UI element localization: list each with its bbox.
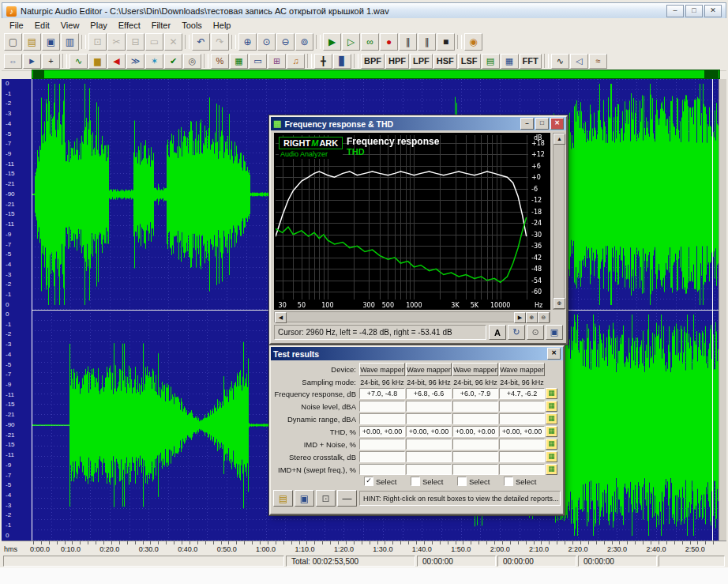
- detailed-report-button[interactable]: ▦: [546, 464, 557, 475]
- zoom-full-button[interactable]: ⊚: [295, 33, 313, 51]
- open-results-button[interactable]: ▤: [273, 490, 293, 507]
- envelope-tool-button[interactable]: ∿: [551, 54, 569, 69]
- loop-play-button[interactable]: ∞: [361, 33, 379, 51]
- seek-button[interactable]: ≫: [126, 54, 144, 69]
- record-button[interactable]: ●: [380, 33, 398, 51]
- vertical-zoom-button[interactable]: ⊕: [554, 298, 565, 309]
- device-select-button[interactable]: Wave mapper: [406, 363, 452, 376]
- result-value-box[interactable]: [359, 413, 405, 424]
- test-close-button[interactable]: ✕: [547, 348, 561, 360]
- new-file-button[interactable]: ▢: [4, 33, 22, 51]
- spectrum-view-button[interactable]: ▆: [88, 54, 107, 69]
- burn-cd-button[interactable]: ◉: [464, 33, 482, 51]
- statistics-button[interactable]: ▊: [333, 54, 351, 69]
- result-value-box[interactable]: [452, 401, 498, 412]
- scroll-mode-button[interactable]: ►: [23, 54, 41, 69]
- result-value-box[interactable]: [499, 401, 545, 412]
- bpf-filter-button[interactable]: BPF: [361, 54, 385, 69]
- open-file-button[interactable]: ▤: [23, 33, 41, 51]
- undo-button[interactable]: ↶: [192, 33, 210, 51]
- menu-filter[interactable]: Filter: [146, 20, 176, 31]
- maximize-button[interactable]: □: [685, 5, 703, 17]
- result-value-box[interactable]: [452, 413, 498, 424]
- result-value-box[interactable]: +4.7, -6.2: [499, 388, 545, 399]
- zoom-out-button[interactable]: ⊖: [276, 33, 295, 51]
- save-file-button[interactable]: ▣: [42, 33, 60, 51]
- result-value-box[interactable]: +0.00, +0.00: [359, 426, 405, 437]
- hzoom-out-button[interactable]: ⊖: [538, 312, 550, 323]
- font-button[interactable]: A: [489, 325, 506, 340]
- menu-effect[interactable]: Effect: [113, 20, 146, 31]
- scroll-left-button[interactable]: ◀: [275, 312, 287, 323]
- remove-column-button[interactable]: —: [337, 490, 357, 507]
- play-all-button[interactable]: ▷: [342, 33, 360, 51]
- device-select-button[interactable]: Wave mapper: [359, 363, 405, 376]
- freq-minimize-button[interactable]: –: [520, 118, 534, 130]
- normalize-button[interactable]: %: [211, 54, 229, 69]
- refresh-button[interactable]: ↻: [508, 325, 525, 340]
- result-value-box[interactable]: [359, 439, 405, 450]
- hzoom-in-button[interactable]: ⊕: [526, 312, 538, 323]
- device-select-button[interactable]: Wave mapper: [452, 363, 498, 376]
- frequency-window-titlebar[interactable]: ▦ Frequency response & THD – □ ✕: [271, 117, 566, 130]
- select-checkbox[interactable]: ✓: [364, 477, 373, 486]
- detailed-report-button[interactable]: ▦: [546, 401, 557, 412]
- scroll-right-button[interactable]: ▶: [514, 312, 526, 323]
- mixer-button[interactable]: ⊞: [268, 54, 286, 69]
- copy-report-button[interactable]: ⊡: [316, 490, 336, 507]
- result-value-box[interactable]: [359, 451, 405, 462]
- menu-help[interactable]: Help: [208, 20, 237, 31]
- freeze-button[interactable]: ✶: [145, 54, 163, 69]
- zoom-selection-button[interactable]: ⊙: [257, 33, 276, 51]
- mute-channel-button[interactable]: ◀: [107, 54, 126, 69]
- detailed-report-button[interactable]: ▦: [546, 451, 557, 462]
- timeline-ruler[interactable]: hms 0:00.00:10.00:20.00:30.00:40.00:50.0…: [2, 541, 726, 555]
- detailed-report-button[interactable]: ▦: [546, 426, 557, 437]
- center-cursor-button[interactable]: ╋: [314, 54, 332, 69]
- test-results-titlebar[interactable]: Test results ✕: [271, 347, 563, 360]
- title-bar[interactable]: ♪ Naturpic Audio Editor - C:\Users\Din\D…: [2, 2, 726, 20]
- chart-vscrollbar[interactable]: ▲ ⊕: [553, 133, 565, 310]
- monitor-button[interactable]: ◎: [183, 54, 201, 69]
- lpf-filter-button[interactable]: LPF: [410, 54, 433, 69]
- result-value-box[interactable]: [499, 464, 545, 475]
- verify-button[interactable]: ✔: [164, 54, 182, 69]
- signal-generator-button[interactable]: ≈: [589, 54, 607, 69]
- result-value-box[interactable]: [406, 439, 452, 450]
- menu-tools[interactable]: Tools: [176, 20, 208, 31]
- close-button[interactable]: ✕: [704, 5, 722, 17]
- freq-maximize-button[interactable]: □: [535, 118, 549, 130]
- stop-button[interactable]: ■: [437, 33, 455, 51]
- result-value-box[interactable]: +0.00, +0.00: [406, 426, 452, 437]
- graphic-eq-button[interactable]: ▤: [482, 54, 500, 69]
- menu-play[interactable]: Play: [84, 20, 112, 31]
- detailed-report-button[interactable]: ▦: [546, 439, 557, 450]
- detailed-report-button[interactable]: ▦: [546, 388, 557, 399]
- freq-close-button[interactable]: ✕: [550, 118, 564, 130]
- waveform-view-button[interactable]: ∿: [69, 54, 88, 69]
- speaker-setup-button[interactable]: ◁: [570, 54, 588, 69]
- result-value-box[interactable]: [499, 439, 545, 450]
- result-value-box[interactable]: [359, 464, 405, 475]
- fft-filter-button[interactable]: FFT: [520, 54, 542, 69]
- overview-bar[interactable]: [32, 70, 720, 79]
- result-value-box[interactable]: [452, 439, 498, 450]
- select-checkbox[interactable]: [504, 477, 513, 486]
- envelope-grid-button[interactable]: ▦: [230, 54, 248, 69]
- hscroll-track[interactable]: [287, 312, 514, 322]
- result-value-box[interactable]: [406, 413, 452, 424]
- save-chart-button[interactable]: ▣: [546, 325, 563, 340]
- result-value-box[interactable]: [499, 451, 545, 462]
- detailed-report-button[interactable]: ▦: [546, 413, 557, 424]
- file-properties-button[interactable]: ▥: [61, 33, 79, 51]
- result-value-box[interactable]: [406, 464, 452, 475]
- zoom-in-button[interactable]: ⊕: [238, 33, 257, 51]
- analyze-button[interactable]: ⊙: [527, 325, 544, 340]
- pause-button[interactable]: ∥: [399, 33, 417, 51]
- save-results-button[interactable]: ▣: [295, 490, 314, 507]
- monitor-window-button[interactable]: ▭: [249, 54, 267, 69]
- frequency-chart-canvas[interactable]: [274, 133, 550, 310]
- result-value-box[interactable]: [452, 464, 498, 475]
- result-value-box[interactable]: +0.00, +0.00: [452, 426, 498, 437]
- result-value-box[interactable]: [499, 413, 545, 424]
